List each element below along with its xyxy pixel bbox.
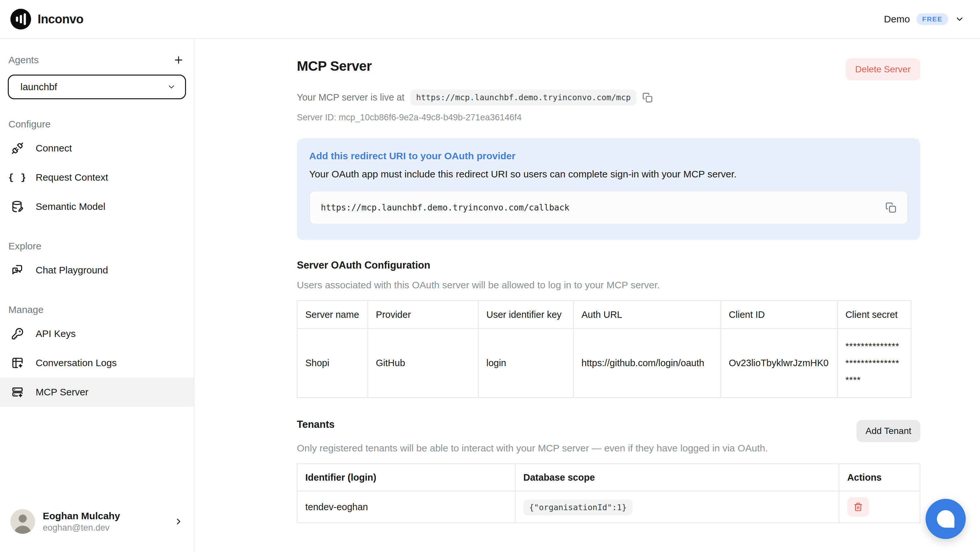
cell-client-secret: ******************************** xyxy=(837,329,911,397)
page-title: MCP Server xyxy=(297,58,372,74)
sidebar-item-label: MCP Server xyxy=(36,387,89,397)
cell-client-id: Ov23lioTbyklwrJzmHK0 xyxy=(721,329,837,397)
chevron-down-icon xyxy=(955,14,964,24)
chevron-right-icon xyxy=(174,517,183,526)
column-header: Database scope xyxy=(515,464,839,491)
column-header: Client ID xyxy=(721,301,837,329)
agent-selector[interactable]: launchbf xyxy=(8,75,186,99)
callback-url: https://mcp.launchbf.demo.tryinconvo.com… xyxy=(321,203,570,212)
server-sparkle-icon xyxy=(10,386,25,398)
agent-selector-value: launchbf xyxy=(21,81,57,93)
avatar xyxy=(10,509,35,534)
section-label-explore: Explore xyxy=(0,241,194,252)
main-content: MCP Server Delete Server Your MCP server… xyxy=(194,39,980,552)
sidebar-item-label: Connect xyxy=(36,143,72,154)
trash-icon xyxy=(854,503,863,512)
table-row: tendev-eoghan {"organisationId":1} xyxy=(297,491,920,523)
section-label-configure: Configure xyxy=(0,119,194,130)
add-agent-button[interactable] xyxy=(173,54,184,65)
cell-server-name: Shopi xyxy=(297,329,368,397)
tenants-table: Identifier (login) Database scope Action… xyxy=(297,463,920,523)
tenants-section-description: Only registered tenants will be able to … xyxy=(297,443,920,454)
column-header: Server name xyxy=(297,301,368,329)
sidebar-item-label: Request Context xyxy=(36,172,108,183)
brand-name: Inconvo xyxy=(38,12,83,26)
database-edit-icon xyxy=(10,200,25,213)
sidebar-item-label: Conversation Logs xyxy=(36,357,117,369)
chat-bubble-icon xyxy=(937,510,955,528)
callout-title: Add this redirect URI to your OAuth prov… xyxy=(309,150,908,161)
chat-widget-button[interactable] xyxy=(926,499,966,539)
sidebar-item-chat-playground[interactable]: Chat Playground xyxy=(0,255,194,285)
sidebar-item-label: API Keys xyxy=(36,328,75,339)
cell-provider: GitHub xyxy=(368,329,478,397)
callback-url-box: https://mcp.launchbf.demo.tryinconvo.com… xyxy=(309,191,908,225)
key-icon xyxy=(10,327,25,340)
plan-badge: FREE xyxy=(916,13,948,25)
account-name: Demo xyxy=(884,14,910,25)
oauth-redirect-callout: Add this redirect URI to your OAuth prov… xyxy=(297,138,920,240)
account-menu[interactable]: Demo FREE xyxy=(884,13,964,25)
column-header: Client secret xyxy=(837,301,911,329)
copy-icon[interactable] xyxy=(885,202,896,213)
inconvo-logo-icon xyxy=(10,9,31,30)
cell-auth-url: https://github.com/login/oauth xyxy=(573,329,721,397)
sidebar-item-label: Semantic Model xyxy=(36,201,105,212)
top-bar: Inconvo Demo FREE xyxy=(0,0,980,39)
chat-bubbles-icon xyxy=(10,264,25,276)
user-profile[interactable]: Eoghan Mulcahy eoghan@ten.dev xyxy=(0,503,194,540)
sidebar-item-request-context[interactable]: { } Request Context xyxy=(0,163,194,192)
configure-nav: Connect { } Request Context Semantic Mod… xyxy=(0,134,194,221)
sidebar-item-mcp-server[interactable]: MCP Server xyxy=(0,378,194,407)
delete-server-button[interactable]: Delete Server xyxy=(845,58,920,80)
add-tenant-button[interactable]: Add Tenant xyxy=(856,420,920,442)
column-header: Auth URL xyxy=(573,301,721,329)
copy-icon[interactable] xyxy=(642,93,653,103)
sidebar-item-conversation-logs[interactable]: Conversation Logs xyxy=(0,348,194,378)
sidebar-item-connect[interactable]: Connect xyxy=(0,134,194,163)
callout-body: Your OAuth app must include this redirec… xyxy=(309,169,908,180)
cell-user-identifier-key: login xyxy=(478,329,574,397)
column-header: Actions xyxy=(839,464,920,491)
table-row: Shopi GitHub login https://github.com/lo… xyxy=(297,329,911,397)
brand-logo: Inconvo xyxy=(10,9,83,30)
table-header-row: Server name Provider User identifier key… xyxy=(297,301,911,329)
column-header: Identifier (login) xyxy=(297,464,515,491)
section-label-manage: Manage xyxy=(0,304,194,315)
server-id: Server ID: mcp_10cb86f6-9e2a-49c8-b49b-2… xyxy=(297,113,920,123)
plug-icon xyxy=(10,142,25,155)
live-url-prefix: Your MCP server is live at xyxy=(297,92,404,103)
profile-email: eoghan@ten.dev xyxy=(43,523,166,533)
explore-nav: Chat Playground xyxy=(0,255,194,285)
sidebar-item-api-keys[interactable]: API Keys xyxy=(0,319,194,348)
table-sparkle-icon xyxy=(10,357,25,369)
sidebar-item-semantic-model[interactable]: Semantic Model xyxy=(0,192,194,221)
braces-icon: { } xyxy=(10,172,25,183)
cell-database-scope: {"organisationId":1} xyxy=(515,491,839,523)
column-header: User identifier key xyxy=(478,301,574,329)
manage-nav: API Keys Conversation Logs MCP Server xyxy=(0,319,194,407)
cell-actions xyxy=(839,491,920,523)
agents-label: Agents xyxy=(8,54,38,65)
sidebar-item-label: Chat Playground xyxy=(36,265,108,276)
oauth-config-table: Server name Provider User identifier key… xyxy=(297,300,911,398)
database-scope-chip: {"organisationId":1} xyxy=(523,499,633,515)
sidebar: Agents launchbf Configure Connect { } Re… xyxy=(0,39,194,552)
cell-identifier: tendev-eoghan xyxy=(297,491,515,523)
oauth-section-description: Users associated with this OAuth server … xyxy=(297,279,920,290)
oauth-section-title: Server OAuth Configuration xyxy=(297,260,920,271)
chevron-down-icon xyxy=(167,82,176,91)
table-header-row: Identifier (login) Database scope Action… xyxy=(297,464,920,491)
column-header: Provider xyxy=(368,301,478,329)
tenants-section-title: Tenants xyxy=(297,419,335,431)
delete-tenant-button[interactable] xyxy=(847,497,869,517)
live-url-chip: https://mcp.launchbf.demo.tryinconvo.com… xyxy=(410,89,636,105)
profile-name: Eoghan Mulcahy xyxy=(43,511,166,522)
